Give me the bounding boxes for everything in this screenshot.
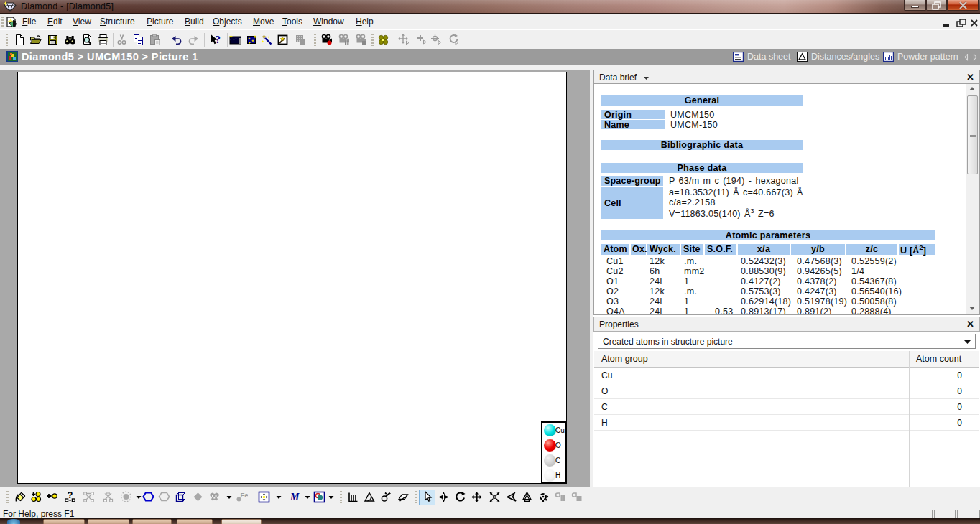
svg-text:?: ? (216, 34, 221, 45)
svg-text:M: M (290, 492, 300, 502)
svg-text:Fe: Fe (241, 491, 249, 499)
